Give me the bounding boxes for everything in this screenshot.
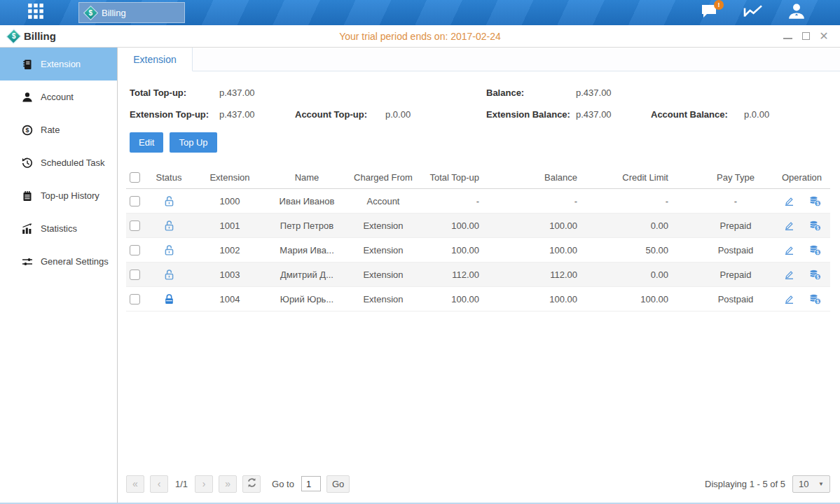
row-checkbox[interactable] bbox=[130, 294, 140, 304]
maximize-icon[interactable] bbox=[802, 32, 810, 40]
sidebar-item-extension[interactable]: Extension bbox=[0, 48, 117, 80]
lock-open-icon bbox=[163, 220, 175, 232]
clock-history-icon bbox=[21, 157, 33, 169]
first-page-button[interactable]: « bbox=[126, 475, 144, 493]
edit-row-icon[interactable] bbox=[783, 269, 796, 281]
balance-value: p.437.00 bbox=[576, 88, 612, 98]
sidebar-item-rate[interactable]: $ Rate bbox=[0, 113, 117, 146]
refresh-button[interactable] bbox=[242, 475, 261, 493]
page-indicator: 1/1 bbox=[175, 479, 188, 489]
refresh-icon bbox=[247, 477, 257, 490]
extension-cell: 1002 bbox=[191, 245, 269, 255]
edit-row-icon[interactable] bbox=[783, 293, 796, 305]
pay-type-cell: Postpaid bbox=[698, 294, 773, 304]
top-up-row-icon[interactable]: $ bbox=[808, 220, 821, 232]
charged-from-cell: Extension bbox=[345, 270, 422, 280]
select-all-checkbox[interactable] bbox=[130, 172, 140, 183]
minimize-icon[interactable] bbox=[783, 34, 792, 39]
column-header-pay-type: Pay Type bbox=[698, 172, 773, 183]
total-topup-label: Total Top-up: bbox=[130, 88, 219, 98]
table-row: 1001 Петр Петров Extension 100.00 100.00… bbox=[126, 214, 830, 238]
total-topup-value: p.437.00 bbox=[219, 88, 486, 98]
edit-row-icon[interactable] bbox=[783, 220, 796, 232]
sidebar-item-label: General Settings bbox=[41, 256, 109, 267]
balance-label: Balance: bbox=[486, 88, 576, 98]
total-topup-cell: 100.00 bbox=[422, 245, 514, 255]
messages-button[interactable]: ! bbox=[698, 4, 721, 22]
lock-closed-icon bbox=[163, 293, 175, 305]
total-topup-cell: 100.00 bbox=[422, 220, 514, 231]
sliders-icon bbox=[21, 255, 33, 267]
window-title-bar: Your trial period ends on: 2017-02-24 $ … bbox=[0, 25, 840, 48]
lock-open-icon bbox=[163, 244, 175, 256]
extension-cell: 1004 bbox=[191, 294, 269, 304]
edit-row-icon[interactable] bbox=[783, 195, 796, 207]
pay-type-cell: Postpaid bbox=[698, 245, 773, 255]
svg-text:$: $ bbox=[816, 201, 819, 206]
topbar-tab-billing[interactable]: $ Billing bbox=[78, 2, 185, 23]
top-up-row-icon[interactable]: $ bbox=[808, 195, 821, 207]
lock-open-icon bbox=[163, 195, 175, 207]
charged-from-cell: Extension bbox=[345, 245, 422, 255]
window-title-text: Billing bbox=[24, 30, 56, 42]
sidebar-item-label: Scheduled Task bbox=[41, 158, 105, 168]
notepad-icon bbox=[21, 190, 33, 202]
prev-page-button[interactable]: ‹ bbox=[150, 475, 168, 493]
top-up-row-icon[interactable]: $ bbox=[808, 293, 821, 305]
next-page-button[interactable]: › bbox=[195, 475, 213, 493]
page-size-select[interactable]: 10 ▼ bbox=[792, 475, 830, 493]
sidebar-item-label: Account bbox=[41, 92, 74, 102]
sidebar-item-scheduled-task[interactable]: Scheduled Task bbox=[0, 146, 117, 179]
action-buttons: Edit Top Up bbox=[130, 132, 840, 153]
go-button[interactable]: Go bbox=[326, 475, 350, 493]
column-header-balance: Balance bbox=[514, 172, 612, 183]
extension-topup-label: Extension Top-up: bbox=[130, 109, 219, 120]
sidebar-item-general-settings[interactable]: General Settings bbox=[0, 245, 117, 278]
column-header-name: Name bbox=[269, 172, 345, 183]
account-topup-value: p.0.00 bbox=[385, 109, 486, 120]
svg-text:$: $ bbox=[816, 299, 819, 304]
reports-button[interactable] bbox=[742, 4, 764, 22]
top-up-row-icon[interactable]: $ bbox=[808, 269, 821, 281]
table-header-row: StatusExtensionNameCharged FromTotal Top… bbox=[126, 167, 830, 189]
credit-limit-cell: 0.00 bbox=[612, 220, 698, 231]
sidebar-item-account[interactable]: Account bbox=[0, 80, 117, 113]
row-checkbox[interactable] bbox=[130, 245, 140, 255]
goto-page-input[interactable] bbox=[301, 476, 321, 491]
balance-cell: - bbox=[514, 196, 612, 206]
account-balance-value: p.0.00 bbox=[744, 109, 769, 120]
charged-from-cell: Extension bbox=[345, 220, 422, 231]
sidebar-item-statistics[interactable]: Statistics bbox=[0, 212, 117, 245]
close-icon[interactable]: ✕ bbox=[819, 31, 829, 41]
balance-summary: Total Top-up: p.437.00 Balance: p.437.00… bbox=[118, 71, 840, 125]
row-checkbox[interactable] bbox=[130, 196, 140, 206]
person-icon bbox=[21, 91, 33, 103]
charged-from-cell: Account bbox=[345, 196, 422, 206]
credit-limit-cell: 50.00 bbox=[612, 245, 698, 255]
extension-cell: 1000 bbox=[191, 196, 269, 206]
row-checkbox[interactable] bbox=[130, 220, 140, 231]
app-grid-button[interactable] bbox=[22, 2, 49, 23]
billing-app-window: $ Billing ! bbox=[0, 0, 840, 504]
row-checkbox[interactable] bbox=[130, 270, 140, 280]
tab-extension[interactable]: Extension bbox=[118, 48, 193, 71]
sidebar-item-top-up-history[interactable]: Top-up History bbox=[0, 179, 117, 212]
extension-balance-label: Extension Balance: bbox=[486, 109, 576, 120]
goto-label: Go to bbox=[272, 479, 294, 489]
edit-button[interactable]: Edit bbox=[130, 132, 163, 153]
account-menu-button[interactable] bbox=[785, 4, 808, 22]
table-body: 1000 Иван Иванов Account - - - - $ 1001 … bbox=[126, 189, 830, 312]
credit-limit-cell: 0.00 bbox=[612, 270, 698, 280]
top-up-button[interactable]: Top Up bbox=[170, 132, 216, 153]
balance-cell: 112.00 bbox=[514, 270, 612, 280]
total-topup-cell: 100.00 bbox=[422, 294, 514, 304]
dollar-circle-icon: $ bbox=[21, 124, 33, 136]
last-page-button[interactable]: » bbox=[219, 475, 237, 493]
billing-diamond-icon: $ bbox=[83, 5, 98, 20]
edit-row-icon[interactable] bbox=[783, 244, 796, 256]
table-row: 1002 Мария Ива... Extension 100.00 100.0… bbox=[126, 238, 830, 262]
credit-limit-cell: - bbox=[612, 196, 698, 206]
line-chart-icon bbox=[743, 3, 764, 22]
top-up-row-icon[interactable]: $ bbox=[808, 244, 821, 256]
sidebar-item-label: Statistics bbox=[41, 223, 77, 234]
